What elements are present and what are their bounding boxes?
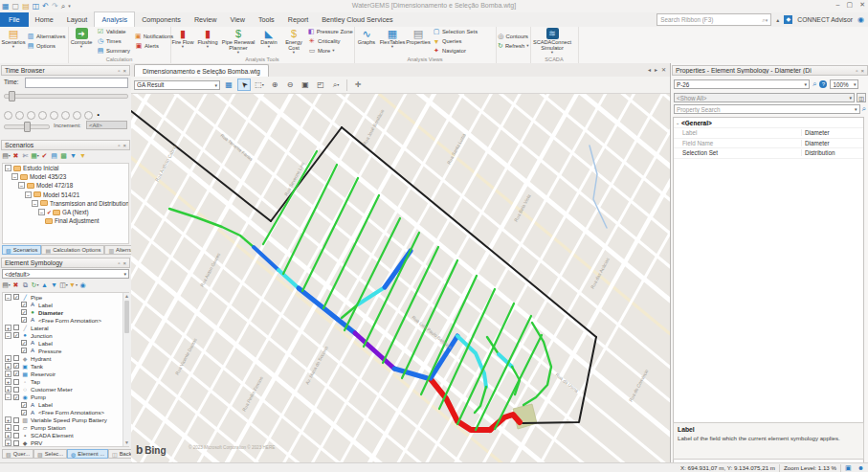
tab-scroll-right-icon[interactable]: ▸ <box>655 66 657 73</box>
ribbon-tab-bentley-cloud-services[interactable]: Bentley Cloud Services <box>315 12 399 27</box>
undo-icon[interactable]: ↶ <box>42 1 49 11</box>
tree-expander-icon[interactable]: + <box>5 439 11 446</box>
tree-expander-icon[interactable]: − <box>5 393 11 400</box>
new-symbology-icon[interactable]: ▤▾ <box>2 281 11 290</box>
move-up-icon[interactable]: ▲ <box>40 281 49 290</box>
pin-icon[interactable]: ▫ <box>118 260 120 266</box>
scenario-tree-item[interactable]: −Transmission and Distribution <box>3 199 128 208</box>
find-element-icon[interactable]: ⌕ <box>812 79 816 89</box>
ribbon-button-times[interactable]: ◷Times <box>95 36 133 46</box>
ribbon-button-selection-sets[interactable]: ▢Selection Sets <box>431 27 484 36</box>
checkbox-icon[interactable]: ✓ <box>21 309 27 315</box>
tree-expander-icon[interactable]: − <box>32 200 38 207</box>
tree-expander-icon[interactable]: − <box>38 209 45 215</box>
ribbon-button-options[interactable]: ▤Options <box>25 41 66 51</box>
tree-expander-icon[interactable]: + <box>5 371 11 377</box>
scroll-down-icon[interactable]: ▼ <box>123 439 130 446</box>
connect-advisor-label[interactable]: CONNECT Advisor <box>797 16 853 23</box>
symbology-tree-item[interactable]: −✓◉Pump <box>3 393 128 401</box>
ribbon-button-contours[interactable]: ◎Contours <box>496 32 528 41</box>
show-all-filter-combo[interactable]: <Show All> ▾ <box>674 93 855 102</box>
property-search-input[interactable]: Property Search ▾ <box>674 104 860 114</box>
select-tool-icon[interactable]: ➤ <box>237 79 251 91</box>
tree-expander-icon[interactable]: + <box>5 378 11 385</box>
symbology-tree-item[interactable]: ✓ALabel <box>3 401 128 409</box>
playback-button[interactable] <box>38 111 47 120</box>
scenario-tree-item[interactable]: −✔GA (Next) <box>3 208 128 216</box>
symbology-definition-combo[interactable]: <default> ▾ <box>2 269 129 279</box>
playback-button[interactable] <box>61 111 70 120</box>
pin-icon[interactable]: ▫ <box>856 68 857 74</box>
symbology-toggle-icon[interactable]: ▦ <box>222 79 235 91</box>
time-slider-thumb[interactable] <box>9 91 15 101</box>
tab-calculation-options[interactable]: ▤Calculation Options <box>41 245 104 255</box>
checkbox-icon[interactable]: ✓ <box>21 317 27 323</box>
help-icon[interactable]: ? <box>819 80 827 88</box>
ribbon-button-scadaconnect-simulator[interactable]: ≋SCADAConnect Simulator▾ <box>530 27 574 56</box>
checkbox-icon[interactable] <box>13 417 19 423</box>
dock-tab-quer[interactable]: ▧Quer... <box>2 449 33 459</box>
ribbon-button-notifications[interactable]: ▣Notifications <box>133 32 169 41</box>
ribbon-button-graphs[interactable]: ∿Graphs <box>354 27 379 56</box>
checkbox-icon[interactable]: ✓ <box>13 294 19 300</box>
collapse-section-icon[interactable]: ⌄ <box>674 120 681 125</box>
pin-icon[interactable]: ▫ <box>118 143 120 148</box>
scenario-properties-icon[interactable]: ▩ <box>59 151 68 161</box>
property-row-field-name[interactable]: Field NameDiameter <box>674 139 863 149</box>
ribbon-tab-file[interactable]: File <box>0 12 29 27</box>
ribbon-tab-review[interactable]: Review <box>188 12 224 27</box>
filter-yellow-icon[interactable]: ▼ <box>78 151 87 161</box>
symbology-scrollbar[interactable]: ▲ ▼ <box>122 293 130 446</box>
zoom-window-icon[interactable]: ◰ <box>314 79 327 91</box>
time-slider[interactable] <box>4 94 128 99</box>
playback-button[interactable] <box>73 111 81 120</box>
symbology-tree-item[interactable]: +◆PRV <box>3 439 128 447</box>
checkbox-icon[interactable]: ✓ <box>13 371 19 376</box>
save-icon[interactable]: ◫ <box>33 1 40 11</box>
filter-blue-icon[interactable]: ▼ <box>69 151 78 161</box>
symbology-tree-item[interactable]: +✓▦Reservoir <box>3 370 128 377</box>
scenario-tree-item[interactable]: −Model 472/18 <box>3 181 128 190</box>
redo-icon[interactable]: ↷ <box>52 1 58 11</box>
scenario-tree-item[interactable]: Final Adjustment <box>3 216 128 225</box>
tree-expander-icon[interactable]: − <box>5 294 11 301</box>
map-canvas[interactable]: Rua Antônio CabralRua Airton GomesRua Vi… <box>131 94 670 462</box>
tree-expander-icon[interactable]: + <box>5 416 11 423</box>
playback-button[interactable] <box>84 111 93 120</box>
checkbox-icon[interactable]: ✓ <box>21 410 27 416</box>
ribbon-button-scenarios[interactable]: ▤Scenarios▾ <box>2 27 25 56</box>
result-set-combo[interactable]: GA Result ▾ <box>134 80 220 90</box>
close-icon[interactable]: × <box>860 68 864 74</box>
symbology-tree-item[interactable]: +◌Customer Meter <box>3 386 128 393</box>
checkbox-icon[interactable]: ✓ <box>21 348 27 353</box>
symbology-tree-item[interactable]: +╱Lateral <box>3 324 128 331</box>
ribbon-button-properties[interactable]: ▤Properties <box>406 27 431 56</box>
ribbon-button-pressure-zone[interactable]: ◧Pressure Zone <box>306 27 348 36</box>
zoom-previous-icon[interactable]: ⌕▾ <box>329 79 343 91</box>
search-icon[interactable]: ⌕ <box>862 104 866 114</box>
time-input[interactable] <box>25 78 128 88</box>
checkbox-icon[interactable]: ✓ <box>13 332 19 338</box>
tab-scenarios[interactable]: ▧Scenarios <box>2 245 41 255</box>
tree-expander-icon[interactable]: + <box>5 386 11 393</box>
symbology-tree-item[interactable]: ✓A<Free Form Annotations> <box>3 409 128 416</box>
pan-tool-icon[interactable]: ✛ <box>351 79 365 91</box>
symbology-tree-item[interactable]: ✓●Diameter <box>3 308 128 316</box>
tree-expander-icon[interactable]: − <box>25 191 32 198</box>
open-file-icon[interactable]: ▤ <box>22 1 30 11</box>
increment-value[interactable]: <All> <box>86 121 127 129</box>
symbology-tree-item[interactable]: +▱Pump Station <box>3 424 128 432</box>
help-icon[interactable]: ◉ <box>857 15 864 24</box>
zoom-extents-icon[interactable]: ▣ <box>299 79 312 91</box>
bing-map[interactable]: Rua Antônio CabralRua Airton GomesRua Vi… <box>131 94 670 462</box>
ribbon-tab-layout[interactable]: Layout <box>60 12 95 27</box>
ribbon-button-compute[interactable]: ➜Compute▾ <box>68 27 95 56</box>
ribbon-tab-analysis[interactable]: Analysis <box>94 11 135 27</box>
ribbon-button-pipe-renewal-planner[interactable]: $Pipe Renewal Planner▾ <box>220 27 256 56</box>
symbology-tree-item[interactable]: ✓ALabel <box>3 301 128 308</box>
dock-tab-selec[interactable]: ▨Selec... <box>33 449 67 459</box>
property-row-selection-set[interactable]: Selection SetDistribution <box>674 148 863 159</box>
marquee-select-icon[interactable]: ⬚▾ <box>253 79 266 91</box>
symbology-tree-item[interactable]: ✓A<Free Form Annotation> <box>3 316 128 324</box>
checkbox-icon[interactable] <box>13 433 19 438</box>
